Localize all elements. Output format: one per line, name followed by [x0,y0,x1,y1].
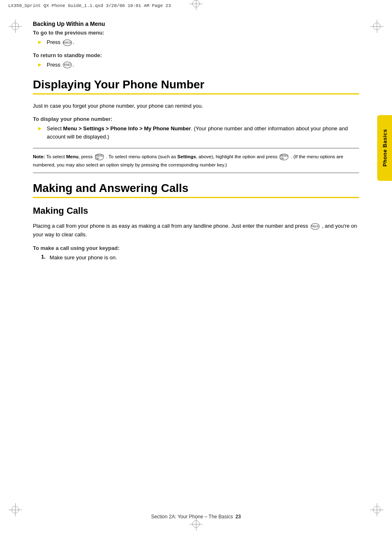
step-1: 1. Make sure your phone is on. [33,254,359,262]
prev-menu-bullet-item: ► Press BACK. [33,38,359,46]
side-tab: Phone Basics [377,115,392,181]
display-number-bullet: ► Select Menu > Settings > Phone Info > … [33,125,359,141]
menu-key-2: MENUOK [279,154,288,160]
page-container: LX350_Sprint QX Phone Guide_1.1.qxd 3/20… [0,0,392,536]
keypad-instruction: To make a call using your keypad: [33,245,359,251]
making-calls-divider [33,197,359,198]
footer: Section 2A: Your Phone – The Basics 23 [0,514,392,520]
end-key: END [63,62,72,68]
display-number-heading: Displaying Your Phone Number [33,78,359,92]
talk-key: TALK [311,223,320,230]
reg-mark-top-center [192,0,200,7]
display-number-divider [33,93,359,95]
prev-menu-label: To go to the previous menu: [33,30,359,36]
step-1-content: Make sure your phone is on. [50,254,117,262]
menu-key-1: MENUOK [95,154,104,160]
bullet-arrow-2: ► [37,61,43,68]
reg-mark-bottom-right [373,506,380,513]
back-key: BACK [63,39,72,46]
reg-mark-top-left [12,23,19,30]
making-calls-body: Placing a call from your phone is as eas… [33,222,359,239]
making-calls-section: Making and Answering Calls Making Calls … [33,181,359,262]
display-number-instruction: To display your phone number: [33,116,359,122]
standby-label: To return to standby mode: [33,52,359,58]
display-number-section: Displaying Your Phone Number Just in cas… [33,78,359,173]
backing-up-title: Backing Up Within a Menu [33,21,359,27]
reg-mark-bottom-center [192,520,200,528]
making-calls-heading: Making and Answering Calls [33,181,359,195]
bullet-arrow-1: ► [37,39,43,45]
side-tab-label: Phone Basics [382,129,388,166]
making-calls-subheading: Making Calls [33,206,359,216]
display-number-body: Just in case you forget your phone numbe… [33,102,359,111]
backing-up-section: Backing Up Within a Menu To go to the pr… [33,21,359,69]
footer-page: 23 [235,514,241,520]
standby-bullet-item: ► Press END. [33,61,359,69]
note-box: Note: To select Menu, press MENUOK . To … [33,148,359,173]
note-text: Note: To select Menu, press MENUOK . To … [33,154,343,167]
display-number-content: Select Menu > Settings > Phone Info > My… [47,125,359,141]
footer-label: Section 2A: Your Phone – The Basics [151,514,233,520]
bullet-arrow-3: ► [37,125,43,132]
reg-mark-top-right [373,23,380,30]
standby-content: Press END. [47,61,74,69]
main-content: Backing Up Within a Menu To go to the pr… [0,12,392,283]
prev-menu-content: Press BACK. [47,38,74,46]
reg-mark-bottom-left [12,506,19,513]
